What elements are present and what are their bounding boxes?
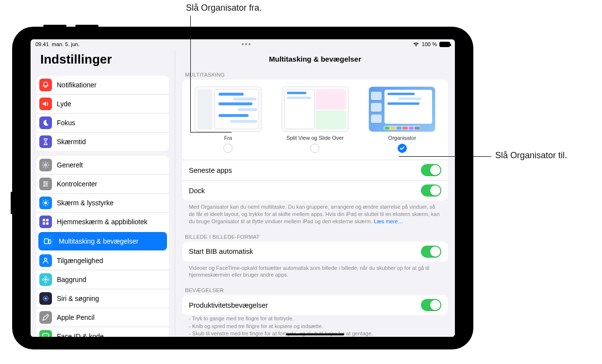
sidebar-item-label: Lyde: [57, 100, 71, 108]
wifi-icon: [413, 42, 419, 47]
productivity-gestures-label: Produktivitetsbevægelser: [189, 301, 268, 309]
sidebar-item-hjemmesk-rm-appbibliotek[interactable]: Hjemmeskærm & appbibliotek: [36, 212, 169, 231]
sidebar-item-multitasking-bev-gelser[interactable]: Multitasking & bevægelser: [38, 232, 167, 250]
sidebar-item-label: Baggrund: [57, 276, 86, 283]
pip-section: Start BIB automatisk: [182, 242, 448, 262]
multitask-thumb: [282, 86, 349, 132]
home-indicator[interactable]: [286, 333, 344, 335]
sun-icon: [39, 197, 52, 209]
svg-point-1: [44, 182, 46, 183]
dock-row: Dock: [182, 180, 448, 200]
sidebar-item-generelt[interactable]: Generelt: [36, 156, 169, 174]
sidebar-item-sk-rm-lysstyrke[interactable]: Skærm & lysstyrke: [36, 193, 169, 212]
sidebar-item-label: Hjemmeskærm & appbibliotek: [57, 218, 148, 226]
multitask-option-label: Organisator: [388, 135, 416, 141]
bell-icon: [39, 79, 52, 91]
siri-icon: [39, 292, 52, 305]
svg-rect-10: [49, 240, 51, 244]
pencil-icon: [39, 311, 52, 324]
sidebar-item-label: Skærm & lysstyrke: [57, 199, 114, 207]
svg-rect-7: [43, 222, 45, 225]
multitask-option-organisator[interactable]: Organisator: [361, 86, 443, 157]
pip-auto-toggle[interactable]: [421, 246, 441, 258]
multitask-thumb: [368, 86, 435, 132]
multitask-option-label: Split View og Slide Over: [286, 135, 344, 141]
section-label-pip: BILLEDE I BILLEDE-FORMAT: [175, 230, 455, 242]
sidebar-item-baggrund[interactable]: Baggrund: [36, 270, 169, 289]
svg-point-11: [45, 258, 47, 261]
svg-rect-6: [46, 219, 49, 221]
multitask-thumb: [195, 86, 262, 132]
svg-rect-8: [46, 222, 49, 225]
svg-point-14: [45, 281, 47, 283]
svg-point-15: [42, 279, 44, 281]
sidebar-item-apple-pencil[interactable]: Apple Pencil: [36, 308, 169, 327]
sidebar-item-label: Apple Pencil: [57, 314, 95, 321]
multitask-dots-icon[interactable]: [242, 43, 251, 45]
sidebar-item-label: Generelt: [57, 161, 83, 169]
sidebar-item-fokus[interactable]: Fokus: [36, 113, 169, 132]
dock-label: Dock: [189, 187, 205, 195]
flower-icon: [39, 273, 52, 286]
multitask-option-fra[interactable]: Fra: [187, 86, 269, 157]
battery-icon: [439, 42, 450, 47]
svg-point-18: [45, 298, 47, 300]
productivity-gestures-toggle[interactable]: [421, 299, 441, 311]
sidebar-group-a: NotifikationerLydeFokusSkærmtid: [36, 76, 169, 151]
recent-apps-toggle[interactable]: [421, 164, 441, 176]
svg-point-16: [47, 279, 49, 281]
status-bar: 09.41 man. 5. jun. 100 %: [31, 39, 455, 49]
sidebar-item-notifikationer[interactable]: Notifikationer: [36, 76, 169, 94]
pip-auto-row: Start BIB automatisk: [182, 242, 448, 262]
svg-point-0: [45, 164, 47, 166]
svg-point-4: [44, 201, 47, 204]
sidebar-item-label: Kontrolcenter: [57, 180, 97, 188]
sidebar-item-sk-rmtid[interactable]: Skærmtid: [36, 132, 169, 151]
learn-more-link[interactable]: Læs mere…: [374, 218, 403, 224]
section-label-gestures: BEVÆGELSER: [175, 283, 455, 295]
sidebar-item-label: Skærmtid: [57, 138, 86, 146]
svg-point-20: [44, 335, 45, 336]
sidebar-item-label: Multitasking & bevægelser: [59, 237, 138, 245]
status-date: man. 5. jun.: [52, 41, 80, 47]
sidebar-item-label: Fokus: [57, 119, 75, 127]
sliders-icon: [39, 178, 52, 190]
multitask-option-radio[interactable]: [310, 144, 319, 153]
callout-on: Slå Organisator til.: [495, 150, 567, 161]
sidebar-item-siri-s-gning[interactable]: Siri & søgning: [36, 289, 169, 308]
ipad-screen: 09.41 man. 5. jun. 100 % Indstillinger N…: [31, 39, 455, 337]
svg-rect-5: [43, 219, 45, 221]
pip-footer: Videoer og FaceTime-opkald fortsætter au…: [175, 262, 455, 284]
speaker-icon: [39, 98, 52, 110]
sidebar-item-face-id-kode[interactable]: Face ID & kode: [36, 327, 169, 337]
moon-icon: [39, 116, 52, 129]
svg-point-13: [45, 276, 47, 278]
multitask-option-label: Fra: [224, 135, 232, 141]
sidebar-item-label: Siri & søgning: [57, 295, 99, 302]
gear-icon: [39, 159, 52, 171]
dock-toggle[interactable]: [421, 184, 441, 197]
sidebar-item-tilg-ngelighed[interactable]: Tilgængelighed: [36, 251, 169, 270]
svg-point-21: [46, 335, 47, 336]
multitasking-options: FraSplit View og Slide OverOrganisator: [182, 80, 448, 160]
svg-rect-9: [45, 239, 49, 244]
gestures-section: Produktivitetsbevægelser: [182, 295, 448, 315]
status-time: 09.41: [35, 41, 49, 47]
callout-off: Slå Organisator fra.: [186, 3, 262, 13]
multitask-option-radio[interactable]: [223, 144, 233, 153]
sidebar-title: Indstillinger: [36, 49, 169, 71]
multitask-option-radio[interactable]: [398, 144, 407, 153]
content-title: Multitasking & bevægelser: [175, 49, 455, 68]
grid-icon: [39, 215, 52, 228]
productivity-gestures-row: Produktivitetsbevægelser: [182, 295, 448, 315]
sidebar-item-lyde[interactable]: Lyde: [36, 94, 169, 113]
sidebar-item-kontrolcenter[interactable]: Kontrolcenter: [36, 174, 169, 193]
multitask-option-split-view-og-slide-over[interactable]: Split View og Slide Over: [274, 86, 356, 157]
ipad-frame: 09.41 man. 5. jun. 100 % Indstillinger N…: [12, 27, 473, 349]
sidebar-item-label: Tilgængelighed: [57, 257, 103, 265]
callout-line-top-h: [190, 132, 232, 132]
multitasking-footer: Med Organisator kan du nemt multitaske. …: [175, 200, 455, 230]
recent-apps-row: Seneste apps: [182, 160, 448, 180]
callout-line-top-v: [190, 16, 191, 132]
section-label-multitasking: MULTITASKING: [175, 68, 455, 80]
